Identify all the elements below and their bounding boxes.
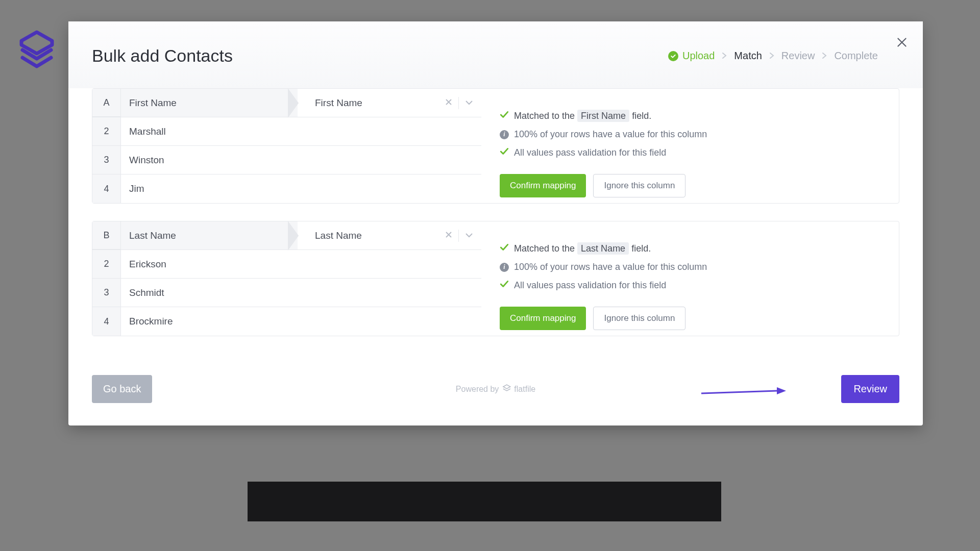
mapping-status: Matched to the Last Name field. i 100% o…	[481, 221, 899, 336]
modal-header: Bulk add Contacts Upload Match Review	[68, 21, 923, 88]
step-review: Review	[781, 50, 815, 62]
powered-prefix: Powered by	[456, 385, 499, 394]
chevron-right-icon	[822, 50, 827, 62]
target-field-name: First Name	[315, 97, 362, 109]
target-field-select[interactable]: First Name	[298, 89, 481, 117]
row-number: 4	[92, 174, 121, 203]
target-field-select[interactable]: Last Name	[298, 221, 481, 249]
check-icon	[500, 110, 509, 122]
step-match: Match	[734, 50, 762, 62]
review-button[interactable]: Review	[841, 375, 899, 403]
modal-footer: Go back Powered by flatfile Review	[68, 360, 923, 425]
mapping-preview: A First Name First Name	[92, 89, 481, 203]
matched-prefix: Matched to the	[514, 243, 575, 254]
mapping-preview: B Last Name Last Name	[92, 221, 481, 336]
coverage-status: i 100% of your rows have a value for thi…	[500, 129, 889, 140]
cell-value: Brockmire	[121, 307, 481, 336]
check-icon	[500, 243, 509, 255]
progress-steps: Upload Match Review Complete	[668, 50, 899, 62]
chevron-right-icon	[769, 50, 774, 62]
field-tag: First Name	[577, 110, 629, 122]
modal-body: A First Name First Name	[68, 88, 923, 360]
table-row: 2 Erickson	[92, 250, 481, 279]
field-tag: Last Name	[577, 242, 629, 255]
divider	[458, 97, 459, 109]
cell-value: Erickson	[121, 250, 481, 278]
mapping-block: A First Name First Name	[92, 88, 899, 204]
mapping-header-row: B Last Name Last Name	[92, 221, 481, 250]
cell-value: Jim	[121, 174, 481, 203]
svg-line-0	[701, 391, 777, 393]
coverage-text: 100% of your rows have a value for this …	[514, 262, 707, 272]
step-label: Review	[781, 50, 815, 62]
info-icon: i	[500, 130, 509, 139]
arrow-notch-icon	[288, 221, 299, 250]
ignore-column-button[interactable]: Ignore this column	[593, 174, 685, 197]
app-logo	[16, 30, 57, 76]
matched-status: Matched to the Last Name field.	[500, 243, 889, 255]
confirm-mapping-button[interactable]: Confirm mapping	[500, 307, 586, 330]
validation-status: All values pass validation for this fiel…	[500, 147, 889, 159]
row-number: 3	[92, 279, 121, 307]
coverage-status: i 100% of your rows have a value for thi…	[500, 262, 889, 272]
check-icon	[500, 280, 509, 291]
background-panel	[248, 482, 721, 521]
validation-text: All values pass validation for this fiel…	[514, 147, 666, 158]
divider	[458, 230, 459, 242]
svg-marker-1	[777, 387, 786, 394]
table-row: 4 Jim	[92, 174, 481, 203]
table-row: 4 Brockmire	[92, 307, 481, 336]
go-back-button[interactable]: Go back	[92, 375, 152, 403]
matched-suffix: field.	[632, 111, 651, 121]
matched-suffix: field.	[631, 243, 651, 254]
step-label: Upload	[682, 50, 715, 62]
step-complete: Complete	[834, 50, 878, 62]
matched-prefix: Matched to the	[514, 111, 575, 121]
step-label: Match	[734, 50, 762, 62]
matched-status: Matched to the First Name field.	[500, 110, 889, 122]
cell-value: Winston	[121, 146, 481, 174]
clear-icon[interactable]	[445, 231, 452, 240]
chevron-down-icon[interactable]	[465, 98, 473, 108]
clear-icon[interactable]	[445, 98, 452, 108]
row-number: 3	[92, 146, 121, 174]
ignore-column-button[interactable]: Ignore this column	[593, 307, 685, 330]
arrow-notch-icon	[288, 89, 299, 117]
info-icon: i	[500, 263, 509, 272]
flatfile-logo-icon	[502, 384, 511, 395]
check-circle-icon	[668, 51, 678, 61]
check-icon	[500, 147, 509, 159]
table-row: 3 Winston	[92, 146, 481, 174]
column-letter: B	[92, 221, 121, 249]
validation-status: All values pass validation for this fiel…	[500, 280, 889, 291]
chevron-down-icon[interactable]	[465, 231, 473, 240]
mapping-header-row: A First Name First Name	[92, 89, 481, 117]
row-number: 4	[92, 307, 121, 336]
modal-title: Bulk add Contacts	[92, 46, 233, 66]
source-column-name: First Name	[129, 97, 177, 109]
source-column-header: First Name	[121, 89, 298, 117]
coverage-text: 100% of your rows have a value for this …	[514, 129, 707, 140]
mapping-block: B Last Name Last Name	[92, 221, 899, 336]
column-letter: A	[92, 89, 121, 117]
table-row: 2 Marshall	[92, 117, 481, 146]
target-field-name: Last Name	[315, 230, 362, 241]
table-row: 3 Schmidt	[92, 279, 481, 307]
row-number: 2	[92, 117, 121, 145]
powered-by: Powered by flatfile	[456, 384, 535, 395]
validation-text: All values pass validation for this fiel…	[514, 280, 666, 291]
step-label: Complete	[834, 50, 878, 62]
cell-value: Marshall	[121, 117, 481, 145]
powered-brand: flatfile	[514, 385, 535, 394]
cell-value: Schmidt	[121, 279, 481, 307]
import-modal: Bulk add Contacts Upload Match Review	[68, 21, 923, 425]
close-button[interactable]	[895, 36, 909, 51]
step-upload: Upload	[668, 50, 715, 62]
confirm-mapping-button[interactable]: Confirm mapping	[500, 174, 586, 197]
chevron-right-icon	[722, 50, 727, 62]
mapping-status: Matched to the First Name field. i 100% …	[481, 89, 899, 203]
row-number: 2	[92, 250, 121, 278]
source-column-header: Last Name	[121, 221, 298, 249]
source-column-name: Last Name	[129, 230, 176, 241]
annotation-arrow-icon	[700, 384, 787, 402]
